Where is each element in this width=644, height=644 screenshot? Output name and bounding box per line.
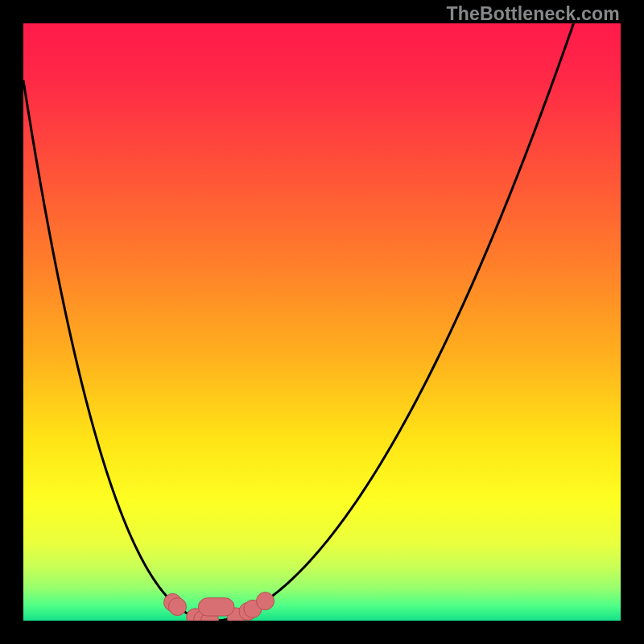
curve-marker xyxy=(168,598,186,616)
chart-frame: TheBottleneck.com xyxy=(0,0,644,644)
curve-marker xyxy=(257,592,275,610)
marker-layer xyxy=(23,23,621,621)
trough-capsule xyxy=(198,598,234,616)
watermark-text: TheBottleneck.com xyxy=(446,3,620,25)
plot-area xyxy=(23,23,621,621)
